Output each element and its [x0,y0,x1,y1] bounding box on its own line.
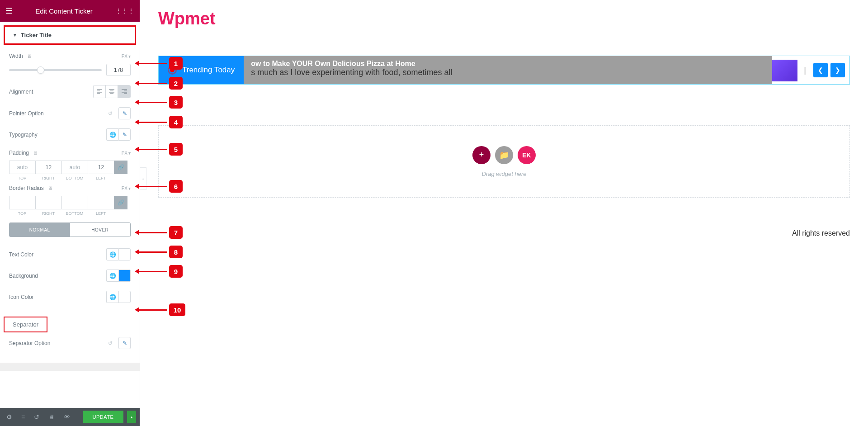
caret-down-icon: ▼ [13,33,17,38]
navigator-icon[interactable]: ≡ [19,411,28,423]
dim-left-label: LEFT [88,176,114,180]
settings-icon[interactable]: ⚙ [4,411,15,423]
dim-left-label: LEFT [88,211,114,216]
typography-edit-button[interactable]: ✎ [118,128,131,141]
sidebar: ☰ Edit Content Ticker ⋮⋮⋮ ▼ Ticker Title… [0,0,140,426]
width-slider-row [0,64,140,80]
elementskit-button[interactable]: EK [518,146,536,164]
preview-icon[interactable]: 👁 [61,411,73,423]
padding-label: Padding [9,150,29,156]
padding-link-button[interactable]: 🔗 [114,161,127,174]
control-textcolor: Text Color 🌐 [0,244,140,265]
separator-reset-icon[interactable]: ↺ [105,338,116,349]
textcolor-swatch[interactable] [118,248,131,260]
apps-icon[interactable]: ⋮⋮⋮ [115,7,134,14]
update-button[interactable]: UPDATE [83,411,123,423]
dim-bottom-label: BOTTOM [61,211,88,216]
background-swatch[interactable] [118,270,131,282]
align-center-button[interactable] [106,85,118,98]
responsive-icon[interactable]: 🖥 [46,411,57,423]
radius-bottom-input[interactable] [61,196,88,209]
dim-top-label: TOP [9,176,35,180]
template-library-button[interactable]: 📁 [495,146,513,164]
sidebar-footer: ⚙ ≡ ↺ 🖥 👁 UPDATE ▴ [0,408,140,426]
desktop-icon[interactable]: 🖥 [27,53,32,59]
add-section-button[interactable]: + [472,146,491,164]
control-separator-option: Separator Option ↺ ✎ [0,332,140,354]
typography-globe-button[interactable]: 🌐 [106,128,118,141]
slider-thumb[interactable] [37,66,44,74]
width-input[interactable] [106,64,131,76]
padding-left-input[interactable] [88,161,114,174]
panel-title: Edit Content Ticker [35,7,93,15]
control-pointer: Pointer Option ↺ ✎ [0,103,140,124]
drop-zone[interactable]: + 📁 EK Drag widget here [158,125,850,198]
iconcolor-globe-button[interactable]: 🌐 [106,291,118,303]
radius-dimensions: 🔗 TOP RIGHT BOTTOM LEFT [0,196,140,216]
control-background: Background 🌐 [0,265,140,286]
control-alignment: Alignment [0,80,140,103]
control-width: Width 🖥 PX ▾ [0,48,140,64]
background-label: Background [9,273,38,279]
background-globe-button[interactable]: 🌐 [106,270,118,282]
padding-dimensions: 🔗 TOP RIGHT BOTTOM LEFT [0,161,140,180]
align-right-button[interactable] [118,85,130,98]
textcolor-globe-button[interactable]: 🌐 [106,248,118,260]
width-unit[interactable]: PX ▾ [122,54,131,59]
history-icon[interactable]: ↺ [31,411,42,423]
section-ticker-title[interactable]: ▼ Ticker Title [4,25,136,45]
separator-edit-button[interactable]: ✎ [118,337,131,349]
radius-top-input[interactable] [9,196,35,209]
subsection-separator: Separator [4,317,47,332]
ticker-nav: ❮ ❯ [809,56,849,84]
typography-label: Typography [9,132,38,138]
ticker-prev-button[interactable]: ❮ [813,63,828,77]
radius-link-button[interactable]: 🔗 [114,196,127,209]
padding-right-input[interactable] [35,161,61,174]
ticker-live-icon [168,66,177,75]
update-options-button[interactable]: ▴ [127,411,136,423]
panel-body: ▼ Ticker Title Width 🖥 PX ▾ Alignment Po… [0,22,140,408]
ticker-thumbnail [772,60,797,81]
padding-top-input[interactable] [9,161,35,174]
menu-icon[interactable]: ☰ [5,6,13,16]
site-brand: Wpmet [158,9,850,28]
dim-right-label: RIGHT [35,176,61,180]
drop-hint-text: Drag widget here [482,170,527,177]
tab-hover[interactable]: HOVER [70,223,131,237]
radius-unit[interactable]: PX ▾ [122,186,131,191]
alignment-label: Alignment [9,89,33,95]
align-left-button[interactable] [94,85,106,98]
control-radius-header: Border Radius 🖥 PX ▾ [0,180,140,196]
desktop-icon[interactable]: 🖥 [33,150,38,156]
padding-bottom-input[interactable] [61,161,88,174]
ticker-headline: ow to Make YOUR Own Delicious Pizza at H… [251,60,765,68]
dim-right-label: RIGHT [35,211,61,216]
footer-rights: All rights reserved [158,229,850,237]
control-iconcolor: Icon Color 🌐 [0,286,140,308]
textcolor-label: Text Color [9,251,33,258]
dim-bottom-label: BOTTOM [61,176,88,180]
tab-normal[interactable]: NORMAL [9,223,70,237]
section-title-text: Ticker Title [21,32,52,38]
ticker-next-button[interactable]: ❯ [830,63,845,77]
ticker-content: ow to Make YOUR Own Delicious Pizza at H… [244,56,772,84]
ticker-next-hint: | [801,56,809,84]
ticker-subline: s much as I love experimenting with food… [251,68,765,77]
control-padding-header: Padding 🖥 PX ▾ [0,145,140,161]
width-label: Width [9,53,23,59]
iconcolor-swatch[interactable] [118,291,131,303]
preview-area: Wpmet Trending Today ow to Make YOUR Own… [140,0,868,426]
radius-right-input[interactable] [35,196,61,209]
width-slider[interactable] [9,69,102,71]
state-tabs: NORMAL HOVER [9,222,131,237]
control-typography: Typography 🌐 ✎ [0,124,140,145]
desktop-icon[interactable]: 🖥 [47,185,52,191]
padding-unit[interactable]: PX ▾ [122,151,131,156]
ticker-widget[interactable]: Trending Today ow to Make YOUR Own Delic… [158,56,850,85]
alignment-buttons [93,85,131,98]
pointer-reset-icon[interactable]: ↺ [105,108,116,119]
sidebar-header: ☰ Edit Content Ticker ⋮⋮⋮ [0,0,140,22]
pointer-edit-button[interactable]: ✎ [118,107,131,119]
radius-left-input[interactable] [88,196,114,209]
